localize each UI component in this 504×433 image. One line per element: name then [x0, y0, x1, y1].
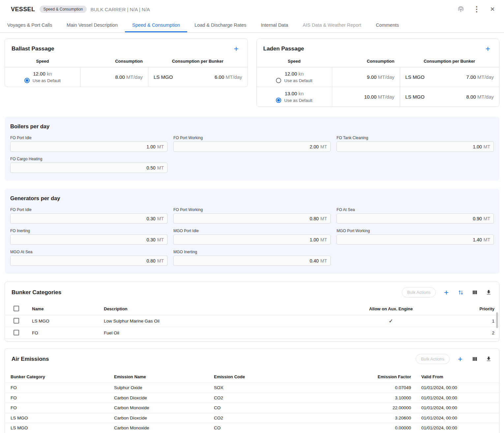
bunker-name: LS MGO: [154, 74, 173, 80]
boiler-fo-port-working-input[interactable]: 2.00MT: [173, 141, 331, 152]
radio-icon[interactable]: [24, 78, 30, 83]
bunker-table-header: Name Description Allow on Aux. Engine Pr…: [5, 303, 499, 315]
bulk-actions-button[interactable]: Bulk Actions: [402, 287, 436, 297]
use-as-default-radio[interactable]: Use as Default: [276, 98, 312, 103]
download-icon[interactable]: [485, 289, 492, 296]
add-air-emission-button[interactable]: +: [456, 355, 465, 364]
emission-factor: 0.07049: [326, 385, 411, 390]
table-row[interactable]: 12.00 kn Use as Default 8.00 MT/day LS M…: [5, 67, 248, 87]
use-as-default-label: Use as Default: [284, 78, 312, 83]
bunker-consumption-value: 8.00 MT/day: [466, 94, 494, 100]
generator-fo-port-idle-input[interactable]: 0.30MT: [10, 213, 167, 224]
radio-icon[interactable]: [276, 78, 281, 83]
radio-icon[interactable]: [276, 98, 281, 103]
columns-icon[interactable]: [471, 289, 479, 296]
antenna-icon[interactable]: [457, 5, 465, 14]
emission-name: Carbon Monoxide: [114, 405, 214, 410]
boiler-fo-tank-cleaning-input[interactable]: 1.00MT: [337, 141, 494, 152]
boiler-fo-cargo-heating-input[interactable]: 0.50MT: [10, 163, 167, 173]
field-label: FO Port Working: [173, 136, 331, 140]
tab-comments[interactable]: Comments: [369, 18, 406, 32]
column-header-description: Description: [104, 306, 322, 311]
table-row[interactable]: LS MGO Low Sulphur Marine Gas Oil ✓ 1: [5, 315, 499, 327]
emission-name: Carbon Dioxcide: [114, 395, 214, 400]
emission-code: CO: [214, 405, 326, 410]
add-bunker-category-button[interactable]: +: [442, 288, 451, 297]
bunker-priority: 1: [460, 319, 494, 324]
bunker-description: Fuel Oil: [104, 330, 322, 335]
emission-factor: 22.00000: [326, 405, 411, 410]
table-row[interactable]: FO Fuel Oil ✓ 2: [5, 327, 499, 339]
scrollbar[interactable]: [496, 312, 498, 328]
emission-valid-from: 01/01/2024, 00:00: [411, 416, 493, 420]
emission-name: Carbon Dioxcide: [114, 416, 214, 420]
more-menu-icon[interactable]: ⋮: [472, 5, 481, 14]
boiler-fo-port-idle-input[interactable]: 1.00MT: [10, 141, 167, 152]
column-header-emission-name: Emission Name: [114, 374, 214, 379]
row-checkbox[interactable]: [14, 330, 19, 335]
row-checkbox[interactable]: [14, 318, 19, 324]
use-as-default-radio[interactable]: Use as Default: [24, 78, 61, 83]
field-fo-port-working: FO Port Working 0.80MT: [173, 207, 331, 224]
field-label: MGO Port Idle: [173, 229, 331, 233]
select-all-checkbox[interactable]: [14, 306, 19, 311]
emission-code: CO2: [214, 416, 326, 420]
boilers-section: Boilers per day FO Port Idle 1.00MT FO P…: [5, 117, 499, 181]
emissions-table-header: Bunker Category Emission Name Emission C…: [5, 369, 499, 383]
table-row[interactable]: 13.00 kn Use as Default 10.00 MT/day LS …: [257, 87, 499, 107]
bunker-consumption-value: 7.00 MT/day: [466, 74, 494, 80]
add-ballast-passage-button[interactable]: +: [232, 44, 241, 53]
app-header: VESSEL Speed & Consumption BULK CARRER |…: [0, 0, 504, 18]
generator-mgo-at-sea-input[interactable]: 0.80MT: [10, 256, 167, 266]
table-row[interactable]: LS MGO Carbon Dioxcide CO2 3.20600 01/01…: [5, 413, 499, 423]
generator-fo-port-working-input[interactable]: 0.80MT: [173, 213, 331, 224]
speed-value: 13.00 kn: [285, 91, 304, 96]
field-label: MGO Inerting: [173, 250, 331, 254]
generators-title: Generators per day: [10, 195, 494, 201]
generator-fo-inerting-input[interactable]: 0.30MT: [10, 234, 167, 245]
context-badge: Speed & Consumption: [40, 6, 86, 13]
bunker-name: LS MGO: [32, 319, 104, 324]
speed-value: 12.00 kn: [33, 71, 52, 77]
table-row[interactable]: FO Carbon Dioxcide CO2 3.10000 01/01/202…: [5, 393, 499, 403]
generator-mgo-inerting-input[interactable]: 0.40MT: [173, 256, 331, 266]
vessel-subtitle: BULK CARRER | N/A | N/A: [91, 7, 150, 12]
table-row[interactable]: LS MGO Carbon Monoxide CO 0.00000 01/01/…: [5, 423, 499, 433]
air-emissions-card: Air Emissions Bulk Actions + Bunker Cate…: [5, 348, 499, 433]
table-row[interactable]: 12.00 kn Use as Default 9.00 MT/day LS M…: [257, 67, 499, 87]
close-icon[interactable]: ✕: [488, 5, 497, 14]
emission-valid-from: 01/01/2024, 00:00: [411, 405, 493, 410]
bunker-name: LS MGO: [405, 74, 425, 80]
main-content: Ballast Passage + Speed Consumption Cons…: [0, 33, 504, 433]
tab-speed-consumption[interactable]: Speed & Consumption: [125, 18, 187, 32]
table-row[interactable]: FO Sulphur Oxide SOX 0.07049 01/01/2024,…: [5, 383, 499, 393]
add-laden-passage-button[interactable]: +: [483, 44, 492, 53]
field-label: FO Tank Cleaning: [337, 136, 494, 140]
emission-name: Sulphur Oxide: [114, 385, 214, 390]
emission-valid-from: 01/01/2024, 00:00: [411, 385, 493, 390]
bulk-actions-button[interactable]: Bulk Actions: [416, 354, 450, 364]
generator-fo-at-sea-input[interactable]: 0.90MT: [337, 213, 494, 224]
tab-load-discharge-rates[interactable]: Load & Discharge Rates: [187, 18, 253, 32]
tab-voyages-port-calls[interactable]: Voyages & Port Calls: [0, 18, 59, 32]
column-header-consumption-per-bunker: Consumption per Bunker: [148, 59, 248, 64]
generator-mgo-port-idle-input[interactable]: 1.00MT: [173, 234, 331, 245]
emission-factor: 0.00000: [326, 425, 411, 430]
bunker-name: FO: [32, 330, 104, 335]
columns-icon[interactable]: [471, 355, 479, 363]
field-label: FO At Sea: [337, 207, 494, 212]
download-icon[interactable]: [485, 355, 492, 363]
emission-name: Carbon Monoxide: [114, 425, 214, 430]
emission-code: CO: [214, 425, 326, 430]
generator-mgo-port-working-input[interactable]: 1.40MT: [337, 234, 494, 245]
consumption-value: 9.00 MT/day: [332, 67, 400, 87]
ballast-passage-title: Ballast Passage: [12, 46, 54, 52]
sort-icon[interactable]: [457, 289, 465, 296]
table-row[interactable]: FO Carbon Monoxide CO 22.00000 01/01/202…: [5, 403, 499, 413]
tab-ais-data-weather-report[interactable]: AIS Data & Weather Report: [295, 18, 369, 32]
field-mgo-port-idle: MGO Port Idle 1.00MT: [173, 229, 331, 245]
tab-main-vessel-description[interactable]: Main Vessel Description: [59, 18, 125, 32]
tab-internal-data[interactable]: Internal Data: [253, 18, 295, 32]
column-header-consumption: Consumption: [80, 59, 148, 64]
use-as-default-radio[interactable]: Use as Default: [276, 78, 312, 83]
